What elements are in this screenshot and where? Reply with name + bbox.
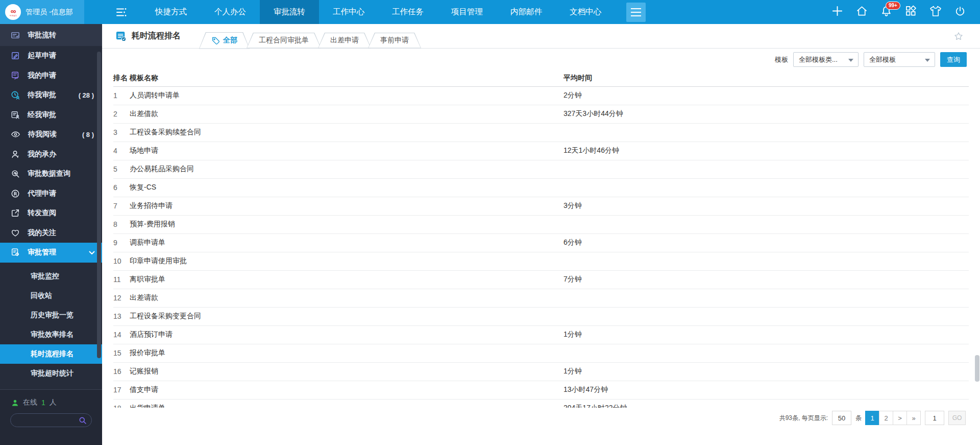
average-time-cell: 12天1小时46分钟 <box>564 142 969 160</box>
goto-page-input[interactable] <box>925 411 944 425</box>
rank-cell: 10 <box>113 252 130 270</box>
table-row: 18出货申请单204天17小时22分钟 <box>113 399 969 408</box>
to-read-icon <box>11 130 20 139</box>
top-menu-item-审批流转[interactable]: 审批流转 <box>260 0 319 24</box>
power-button[interactable] <box>954 6 966 19</box>
sidebar-scrollbar[interactable] <box>97 52 101 358</box>
plus-button[interactable] <box>831 5 843 19</box>
sidebar-item-起草申请[interactable]: 起草申请 <box>0 46 102 66</box>
table-row: 2出差借款327天3小时44分钟 <box>113 105 969 123</box>
sidebar-item-我的申请[interactable]: 我的申请 <box>0 66 102 86</box>
sidebar-item-转发查阅[interactable]: 转发查阅 <box>0 203 102 223</box>
top-menu-item-工作任务[interactable]: 工作任务 <box>378 0 437 24</box>
sidebar-item-label: 转发查阅 <box>28 208 56 218</box>
sidebar-item-label: 待我审批 <box>28 90 56 100</box>
apps-button[interactable] <box>905 5 917 19</box>
sidebar-item-审批流转[interactable]: 审批流转 <box>0 24 102 46</box>
sidebar-item-我的关注[interactable]: 我的关注 <box>0 223 102 243</box>
sidebar-item-待我阅读[interactable]: 待我阅读( 8 ) <box>0 125 102 145</box>
top-menu-item-内部邮件[interactable]: 内部邮件 <box>497 0 556 24</box>
query-button[interactable]: 查询 <box>940 52 967 67</box>
sidebar-subitem-耗时流程排名[interactable]: 耗时流程排名 <box>0 344 102 364</box>
sidebar-item-待我审批[interactable]: 待我审批( 28 ) <box>0 85 102 105</box>
topbar-user-area[interactable]: ∞ 华天动力 管理员 -信息部 <box>0 0 84 24</box>
template-name-cell: 记账报销 <box>130 362 564 381</box>
home-button[interactable] <box>856 5 868 19</box>
average-time-cell: 1分钟 <box>564 325 969 344</box>
template-select[interactable]: 全部模板 <box>864 52 935 67</box>
top-menu-item-快捷方式[interactable]: 快捷方式 <box>141 0 201 24</box>
chevron-down-icon <box>925 59 930 62</box>
top-menu-item-个人办公[interactable]: 个人办公 <box>201 0 260 24</box>
tab-label: 事前申请 <box>380 36 409 45</box>
next-page-button[interactable]: > <box>893 411 907 425</box>
page-title-icon <box>115 31 127 41</box>
table-row: 13工程设备采购变更合同 <box>113 307 969 325</box>
template-name-cell: 工程设备采购续签合同 <box>130 123 564 142</box>
average-time-cell <box>564 344 969 362</box>
online-status: 在线 1 人 <box>11 398 102 407</box>
sidebar-search <box>10 413 92 427</box>
my-apply-icon <box>11 71 20 80</box>
last-page-button[interactable]: » <box>906 411 921 425</box>
sidebar-subitem-回收站[interactable]: 回收站 <box>0 286 102 306</box>
template-category-select[interactable]: 全部模板类... <box>793 52 859 67</box>
go-button[interactable]: GO <box>948 411 966 425</box>
search-icon[interactable] <box>79 416 87 425</box>
rank-cell: 13 <box>113 307 130 325</box>
logo: ∞ 华天动力 <box>5 4 21 20</box>
online-count: 1 <box>41 399 45 407</box>
sidebar-item-我的承办[interactable]: 我的承办 <box>0 145 102 165</box>
average-time-cell: 13小时47分钟 <box>564 381 969 399</box>
sidebar-item-代理申请[interactable]: 代理申请 <box>0 184 102 204</box>
template-category-value: 全部模板类... <box>799 55 838 64</box>
tab-出差申请[interactable]: 出差申请 <box>318 33 371 49</box>
content-header: 耗时流程排名 全部工程合同审批单出差申请事前申请 <box>102 24 980 49</box>
rank-cell: 14 <box>113 325 130 344</box>
content-scrollbar[interactable] <box>975 355 979 382</box>
template-name-cell: 恢复-CS <box>130 178 564 197</box>
page-size-input[interactable] <box>832 411 851 425</box>
sidebar-subitem-历史审批一览[interactable]: 历史审批一览 <box>0 306 102 325</box>
sidebar-item-审批数据查询[interactable]: 审批数据查询 <box>0 164 102 184</box>
sidebar-item-label: 待我阅读 <box>28 130 57 139</box>
tab-事前申请[interactable]: 事前申请 <box>368 33 421 49</box>
template-name-cell: 出货申请单 <box>130 399 564 408</box>
sidebar-subitem-审批监控[interactable]: 审批监控 <box>0 267 102 286</box>
page-button-2[interactable]: 2 <box>879 411 893 425</box>
rank-cell: 16 <box>113 362 130 381</box>
sidebar-subitem-审批效率排名[interactable]: 审批效率排名 <box>0 325 102 344</box>
page-button-1[interactable]: 1 <box>865 411 879 425</box>
manage-icon <box>11 248 20 257</box>
average-time-cell <box>564 252 969 270</box>
top-menu-item-项目管理[interactable]: 项目管理 <box>437 0 497 24</box>
tab-label: 出差申请 <box>330 36 359 45</box>
theme-button[interactable] <box>929 6 942 19</box>
sidebar-item-label: 代理申请 <box>28 189 56 198</box>
average-time-cell: 3分钟 <box>564 197 969 215</box>
rank-cell: 1 <box>113 86 130 105</box>
sidebar: 审批流转起草申请我的申请待我审批( 28 )经我审批待我阅读( 8 )我的承办审… <box>0 24 102 445</box>
sidebar-bottom: 在线 1 人 <box>0 389 102 445</box>
online-suffix: 人 <box>50 398 57 407</box>
table-row: 7业务招待申请3分钟 <box>113 197 969 215</box>
tab-全部[interactable]: 全部 <box>199 32 250 49</box>
draft-icon <box>11 51 20 60</box>
tab-工程合同审批单[interactable]: 工程合同审批单 <box>247 33 321 49</box>
my-tasks-icon <box>11 150 20 159</box>
average-time-cell <box>564 289 969 307</box>
sidebar-item-经我审批[interactable]: 经我审批 <box>0 105 102 125</box>
rank-cell: 5 <box>113 160 130 178</box>
top-menu-item-工作中心[interactable]: 工作中心 <box>319 0 378 24</box>
sidebar-subitem-审批超时统计[interactable]: 审批超时统计 <box>0 364 102 383</box>
average-time-cell <box>564 123 969 142</box>
rank-cell: 6 <box>113 178 130 197</box>
table-row: 1人员调转申请单2分钟 <box>113 86 969 105</box>
sidebar-item-审批管理[interactable]: 审批管理 <box>0 243 102 263</box>
top-menu-item-文档中心[interactable]: 文档中心 <box>556 0 615 24</box>
favorite-star-icon[interactable] <box>953 31 964 41</box>
more-menu-button[interactable] <box>626 3 646 22</box>
bell-button[interactable]: 99+ <box>880 5 892 19</box>
rank-cell: 11 <box>113 270 130 289</box>
menu-collapse-icon[interactable] <box>116 8 128 17</box>
